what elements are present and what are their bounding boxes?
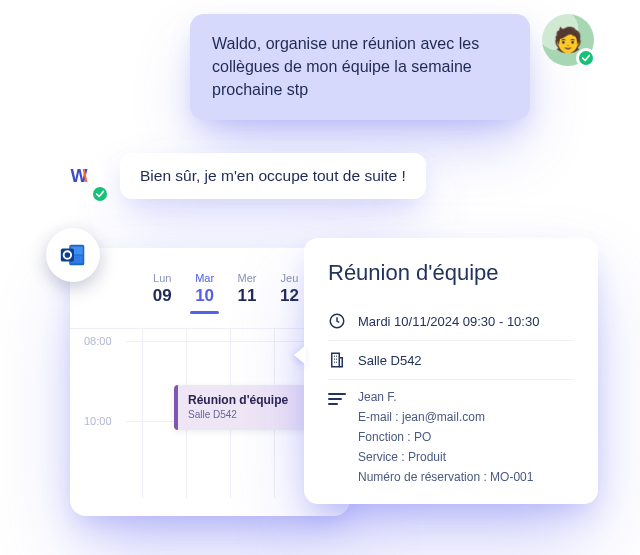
organizer-email: E-mail : jean@mail.com bbox=[358, 410, 533, 424]
user-message-text: Waldo, organise une réunion avec les col… bbox=[212, 35, 479, 98]
organizer-reservation: Numéro de réservation : MO-001 bbox=[358, 470, 533, 484]
day-of-week-label: Mer bbox=[229, 272, 265, 284]
day-number-label: 11 bbox=[229, 286, 265, 306]
detail-room-row: Salle D542 bbox=[328, 341, 574, 380]
detail-datetime-text: Mardi 10/11/2024 09:30 - 10:30 bbox=[358, 314, 539, 329]
calendar-day[interactable]: Jeu 12 bbox=[271, 272, 307, 306]
day-of-week-label: Lun bbox=[144, 272, 180, 284]
event-detail-card: Réunion d'équipe Mardi 10/11/2024 09:30 … bbox=[304, 238, 598, 504]
day-of-week-label: Jeu bbox=[271, 272, 307, 284]
organizer-name: Jean F. bbox=[358, 390, 533, 404]
bot-avatar: W\ bbox=[50, 148, 106, 204]
day-of-week-label: Mar bbox=[186, 272, 222, 284]
bot-message-bubble: Bien sûr, je m'en occupe tout de suite ! bbox=[120, 153, 426, 199]
event-title: Réunion d'équipe bbox=[188, 393, 314, 407]
calendar-day[interactable]: Mar 10 bbox=[186, 272, 222, 306]
calendar-day[interactable]: Mer 11 bbox=[229, 272, 265, 306]
grid-line bbox=[142, 329, 143, 498]
user-message-bubble: Waldo, organise une réunion avec les col… bbox=[190, 14, 530, 120]
outlook-icon bbox=[46, 228, 100, 282]
detail-datetime-row: Mardi 10/11/2024 09:30 - 10:30 bbox=[328, 302, 574, 341]
user-message-row: Waldo, organise une réunion avec les col… bbox=[190, 14, 594, 120]
list-icon bbox=[328, 393, 346, 405]
building-icon bbox=[328, 351, 346, 369]
user-avatar: 🧑 bbox=[542, 14, 594, 66]
detail-title: Réunion d'équipe bbox=[328, 260, 574, 286]
day-number-label: 10 bbox=[186, 286, 222, 306]
time-label: 08:00 bbox=[84, 335, 112, 347]
detail-room-text: Salle D542 bbox=[358, 353, 422, 368]
presence-online-icon bbox=[576, 48, 596, 68]
day-number-label: 09 bbox=[144, 286, 180, 306]
time-label: 10:00 bbox=[84, 415, 112, 427]
bot-message-text: Bien sûr, je m'en occupe tout de suite ! bbox=[140, 167, 406, 184]
calendar-day[interactable]: Lun 09 bbox=[144, 272, 180, 306]
popover-pointer-icon bbox=[294, 345, 306, 365]
organizer-role: Fonction : PO bbox=[358, 430, 533, 444]
presence-online-icon bbox=[90, 184, 110, 204]
calendar-event[interactable]: Réunion d'équipe Salle D542 bbox=[174, 385, 324, 430]
svg-rect-6 bbox=[332, 353, 340, 367]
day-number-label: 12 bbox=[271, 286, 307, 306]
clock-icon bbox=[328, 312, 346, 330]
detail-organizer-block: Jean F. E-mail : jean@mail.com Fonction … bbox=[328, 380, 574, 484]
organizer-service: Service : Produit bbox=[358, 450, 533, 464]
event-location: Salle D542 bbox=[188, 409, 314, 420]
bot-message-row: W\ Bien sûr, je m'en occupe tout de suit… bbox=[50, 148, 426, 204]
